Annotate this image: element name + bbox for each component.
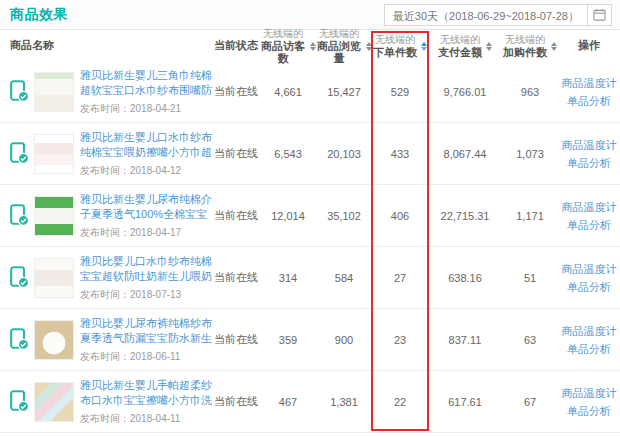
col-header-views[interactable]: 无线端的商品浏览量 xyxy=(316,27,372,64)
views-value: 900 xyxy=(316,334,372,346)
mobile-online-icon xyxy=(10,390,30,413)
status-text: 当前在线 xyxy=(214,208,260,223)
col-header-status: 当前状态 xyxy=(214,38,260,53)
publish-date: 发布时间：2018-06-11 xyxy=(80,350,214,364)
product-thumbnail[interactable] xyxy=(34,72,74,112)
product-thumbnail[interactable] xyxy=(34,134,74,174)
action-product-thermometer[interactable]: 商品温度计 xyxy=(558,322,620,340)
orders-value: 433 xyxy=(372,148,428,160)
visitors-value: 314 xyxy=(260,272,316,284)
product-table: 商品名称 当前状态 无线端的商品访客数 无线端的商品浏览量 无线端的下单件数 无… xyxy=(0,30,620,433)
col-header-actions: 操作 xyxy=(558,38,620,53)
product-name-link[interactable]: 雅贝比婴儿口水巾纱布纯棉宝宝超软防吐奶新生儿喂奶擦嘴围巾 xyxy=(80,254,214,284)
payment-value: 9,766.01 xyxy=(428,86,502,98)
action-single-item-analysis[interactable]: 单品分析 xyxy=(558,92,620,110)
action-single-item-analysis[interactable]: 单品分析 xyxy=(558,402,620,420)
product-effect-page: 商品效果 最近30天（2018-06-29~2018-07-28） 商品名称 当… xyxy=(0,0,620,437)
payment-value: 837.11 xyxy=(428,334,502,346)
publish-date: 发布时间：2018-04-17 xyxy=(80,226,214,240)
mobile-online-icon xyxy=(10,266,30,289)
product-name-link[interactable]: 雅贝比新生婴儿口水巾纱布纯棉宝宝喂奶擦嘴小方巾超软防吐奶 xyxy=(80,130,214,160)
orders-value: 406 xyxy=(372,210,428,222)
product-thumbnail[interactable] xyxy=(34,258,74,298)
visitors-value: 4,661 xyxy=(260,86,316,98)
views-value: 1,381 xyxy=(316,396,372,408)
action-product-thermometer[interactable]: 商品温度计 xyxy=(558,74,620,92)
cart-adds-value: 67 xyxy=(502,396,558,408)
product-thumbnail[interactable] xyxy=(34,320,74,360)
orders-value: 27 xyxy=(372,272,428,284)
action-single-item-analysis[interactable]: 单品分析 xyxy=(558,216,620,234)
product-thumbnail[interactable] xyxy=(34,382,74,422)
col-header-product-name: 商品名称 xyxy=(0,38,214,53)
date-range-text[interactable]: 最近30天（2018-06-29~2018-07-28） xyxy=(385,5,587,25)
table-header-row: 商品名称 当前状态 无线端的商品访客数 无线端的商品浏览量 无线端的下单件数 无… xyxy=(0,30,620,61)
col-header-cart-adds[interactable]: 无线端的加购件数 xyxy=(502,33,558,58)
publish-date: 发布时间：2018-07-13 xyxy=(80,288,214,302)
sort-icon[interactable] xyxy=(551,42,557,51)
table-row: 雅贝比婴儿尿布裤纯棉纱布夏季透气防漏宝宝防水新生儿可洗尿 发布时间：2018-0… xyxy=(0,309,620,371)
action-product-thermometer[interactable]: 商品温度计 xyxy=(558,198,620,216)
table-row: 雅贝比新生婴儿口水巾纱布纯棉宝宝喂奶擦嘴小方巾超软防吐奶 发布时间：2018-0… xyxy=(0,123,620,185)
visitors-value: 467 xyxy=(260,396,316,408)
cart-adds-value: 51 xyxy=(502,272,558,284)
views-value: 584 xyxy=(316,272,372,284)
visitors-value: 6,543 xyxy=(260,148,316,160)
calendar-icon[interactable] xyxy=(587,5,611,25)
cart-adds-value: 963 xyxy=(502,86,558,98)
status-text: 当前在线 xyxy=(214,270,260,285)
mobile-online-icon xyxy=(10,80,30,103)
orders-value: 23 xyxy=(372,334,428,346)
product-name-link[interactable]: 雅贝比新生婴儿尿布纯棉介子夏季透气100%全棉宝宝纱布可洗 xyxy=(80,192,214,222)
col-header-orders[interactable]: 无线端的下单件数 xyxy=(372,33,428,58)
orders-value: 22 xyxy=(372,396,428,408)
page-title: 商品效果 xyxy=(10,6,68,24)
action-product-thermometer[interactable]: 商品温度计 xyxy=(558,260,620,278)
status-text: 当前在线 xyxy=(214,332,260,347)
date-range-selector[interactable]: 最近30天（2018-06-29~2018-07-28） xyxy=(384,4,612,26)
mobile-online-icon xyxy=(10,204,30,227)
payment-value: 638.16 xyxy=(428,272,502,284)
publish-date: 发布时间：2018-04-21 xyxy=(80,102,214,116)
mobile-online-icon xyxy=(10,328,30,351)
action-single-item-analysis[interactable]: 单品分析 xyxy=(558,340,620,358)
views-value: 20,103 xyxy=(316,148,372,160)
product-name-link[interactable]: 雅贝比新生婴儿手帕超柔纱布口水巾宝宝擦嘴小方巾洗脸纯棉毛 xyxy=(80,378,214,408)
publish-date: 发布时间：2018-04-11 xyxy=(80,412,214,426)
payment-value: 8,067.44 xyxy=(428,148,502,160)
visitors-value: 359 xyxy=(260,334,316,346)
payment-value: 22,715.31 xyxy=(428,210,502,222)
orders-value: 529 xyxy=(372,86,428,98)
product-name-link[interactable]: 雅贝比新生婴儿三角巾纯棉超软宝宝口水巾纱布围嘴防吐奶夏季 xyxy=(80,68,214,98)
payment-value: 617.61 xyxy=(428,396,502,408)
product-name-link[interactable]: 雅贝比婴儿尿布裤纯棉纱布夏季透气防漏宝宝防水新生儿可洗尿 xyxy=(80,316,214,346)
views-value: 15,427 xyxy=(316,86,372,98)
cart-adds-value: 1,171 xyxy=(502,210,558,222)
action-product-thermometer[interactable]: 商品温度计 xyxy=(558,384,620,402)
col-header-visitors[interactable]: 无线端的商品访客数 xyxy=(260,27,316,64)
action-product-thermometer[interactable]: 商品温度计 xyxy=(558,136,620,154)
page-header: 商品效果 最近30天（2018-06-29~2018-07-28） xyxy=(0,0,620,30)
table-row: 雅贝比新生婴儿尿布纯棉介子夏季透气100%全棉宝宝纱布可洗 发布时间：2018-… xyxy=(0,185,620,247)
sort-icon[interactable] xyxy=(486,42,492,51)
cart-adds-value: 1,073 xyxy=(502,148,558,160)
status-text: 当前在线 xyxy=(214,394,260,409)
table-row: 雅贝比新生婴儿手帕超柔纱布口水巾宝宝擦嘴小方巾洗脸纯棉毛 发布时间：2018-0… xyxy=(0,371,620,433)
cart-adds-value: 63 xyxy=(502,334,558,346)
visitors-value: 12,014 xyxy=(260,210,316,222)
sort-icon-active[interactable] xyxy=(421,42,427,51)
table-row: 雅贝比新生婴儿三角巾纯棉超软宝宝口水巾纱布围嘴防吐奶夏季 发布时间：2018-0… xyxy=(0,61,620,123)
mobile-online-icon xyxy=(10,142,30,165)
action-single-item-analysis[interactable]: 单品分析 xyxy=(558,278,620,296)
product-thumbnail[interactable] xyxy=(34,196,74,236)
status-text: 当前在线 xyxy=(214,84,260,99)
status-text: 当前在线 xyxy=(214,146,260,161)
views-value: 35,102 xyxy=(316,210,372,222)
publish-date: 发布时间：2018-04-12 xyxy=(80,164,214,178)
col-header-payment[interactable]: 无线端的支付金额 xyxy=(428,33,502,58)
table-row: 雅贝比婴儿口水巾纱布纯棉宝宝超软防吐奶新生儿喂奶擦嘴围巾 发布时间：2018-0… xyxy=(0,247,620,309)
action-single-item-analysis[interactable]: 单品分析 xyxy=(558,154,620,172)
